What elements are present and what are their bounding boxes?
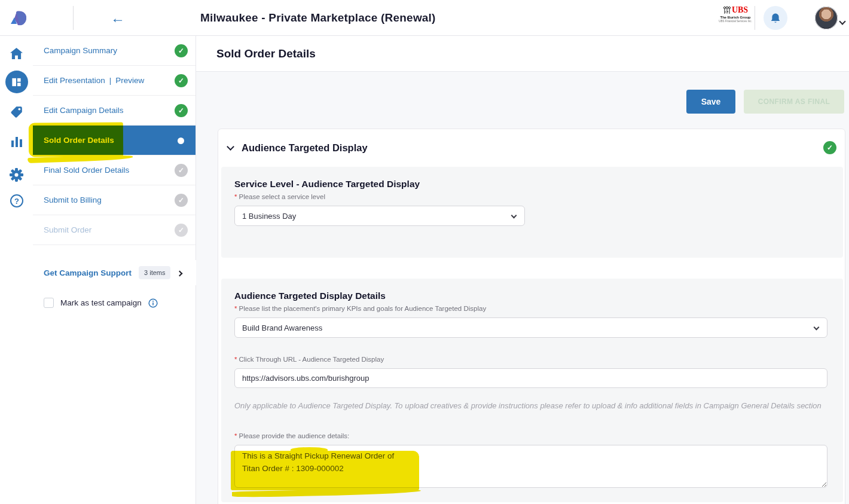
disabled-check-icon xyxy=(175,224,188,237)
header-divider xyxy=(755,6,755,30)
back-arrow-button[interactable]: ← xyxy=(108,8,128,28)
help-icon[interactable]: ? xyxy=(0,189,33,213)
click-through-url-input[interactable] xyxy=(234,368,827,388)
kpi-label: *Please list the placement's primary KPI… xyxy=(234,305,827,312)
audience-targeted-display-card: Audience Targeted Display ✓ Service Leve… xyxy=(218,129,845,504)
sidebar-item-submit-order: Submit Order xyxy=(33,215,196,245)
info-icon[interactable] xyxy=(148,298,158,308)
save-button[interactable]: Save xyxy=(686,90,735,114)
complete-check-icon xyxy=(175,44,188,57)
header-divider xyxy=(73,6,74,30)
support-items-badge: 3 items xyxy=(139,266,170,279)
chevron-down-icon xyxy=(511,213,517,219)
sidebar-item-final-sold-order-details[interactable]: Final Sold Order Details xyxy=(33,155,196,185)
home-icon[interactable] xyxy=(0,41,33,65)
sidebar-item-campaign-summary[interactable]: Campaign Summary xyxy=(33,36,196,66)
active-step-dot xyxy=(178,138,184,144)
mark-as-test-checkbox[interactable] xyxy=(44,298,54,308)
bell-icon xyxy=(770,13,781,24)
app-root: ← Milwaukee - Private Marketplace (Renew… xyxy=(0,0,849,504)
chevron-down-icon xyxy=(227,143,234,151)
ubs-keys-icon xyxy=(723,6,731,14)
audience-details-textarea[interactable]: This is a Straight Pickup Renewal Order … xyxy=(234,445,827,488)
incomplete-check-icon xyxy=(175,194,188,207)
bar-chart-icon[interactable] xyxy=(0,129,33,153)
click-through-url-label: *Click Through URL - Audience Targeted D… xyxy=(234,356,827,363)
section-complete-check-icon: ✓ xyxy=(823,141,836,154)
incomplete-check-icon xyxy=(175,164,188,177)
get-campaign-support-button[interactable]: Get Campaign Support 3 items xyxy=(33,260,196,285)
page-header: Sold Order Details xyxy=(196,36,849,72)
section-title: Audience Targeted Display xyxy=(242,142,368,154)
section-header-audience-targeted-display[interactable]: Audience Targeted Display ✓ xyxy=(218,129,845,166)
sidebar-item-edit-presentation[interactable]: Edit Presentation | Preview xyxy=(33,66,196,96)
service-level-select[interactable]: 1 Business Day xyxy=(234,206,525,226)
tag-icon[interactable] xyxy=(0,100,33,124)
group-heading: Service Level - Audience Targeted Displa… xyxy=(234,179,827,190)
ubs-logo: UBS The Burish Group UBS Financial Servi… xyxy=(719,5,752,23)
svg-text:?: ? xyxy=(14,197,19,206)
notifications-button[interactable] xyxy=(764,6,787,30)
confirm-as-final-button[interactable]: CONFIRM AS FINAL xyxy=(744,90,844,114)
kpi-select[interactable]: Build Brand Awareness xyxy=(234,317,827,338)
service-level-label: *Please select a service level xyxy=(234,193,827,200)
ubs-subline: UBS Financial Services Inc. xyxy=(719,20,752,23)
dashboard-icon[interactable] xyxy=(0,70,33,94)
sidebar-item-edit-campaign-details[interactable]: Edit Campaign Details xyxy=(33,96,196,126)
ubs-tagline: The Burish Group xyxy=(719,16,752,20)
gear-icon[interactable] xyxy=(0,163,33,187)
user-avatar[interactable] xyxy=(815,7,838,29)
group-heading: Audience Targeted Display Details xyxy=(234,291,827,301)
chevron-down-icon xyxy=(814,325,820,331)
display-details-group: Audience Targeted Display Details *Pleas… xyxy=(221,279,843,502)
page-title: Sold Order Details xyxy=(216,36,316,72)
ubs-wordmark: UBS xyxy=(732,5,748,14)
test-campaign-row: Mark as test campaign xyxy=(44,298,158,308)
campaign-title: Milwaukee - Private Marketplace (Renewal… xyxy=(200,0,436,36)
icon-rail: ? xyxy=(0,36,33,504)
chevron-right-icon xyxy=(178,268,182,277)
sidebar-item-submit-to-billing[interactable]: Submit to Billing xyxy=(33,185,196,215)
app-logo-icon[interactable] xyxy=(8,8,29,28)
account-menu-chevron-icon[interactable] xyxy=(840,16,846,22)
sidebar-item-sold-order-details[interactable]: Sold Order Details xyxy=(33,126,196,155)
top-header: ← Milwaukee - Private Marketplace (Renew… xyxy=(0,0,849,36)
complete-check-icon xyxy=(175,104,188,117)
campaign-steps-sidebar: Campaign Summary Edit Presentation | Pre… xyxy=(33,36,196,504)
preview-link[interactable]: Preview xyxy=(115,76,144,85)
main-content: Sold Order Details Save CONFIRM AS FINAL… xyxy=(196,36,849,504)
upload-instructions-note: Only applicable to Audience Targeted Dis… xyxy=(234,399,827,413)
complete-check-icon xyxy=(175,74,188,87)
audience-details-label: *Please provide the audience details: xyxy=(234,432,827,439)
service-level-group: Service Level - Audience Targeted Displa… xyxy=(221,167,843,258)
